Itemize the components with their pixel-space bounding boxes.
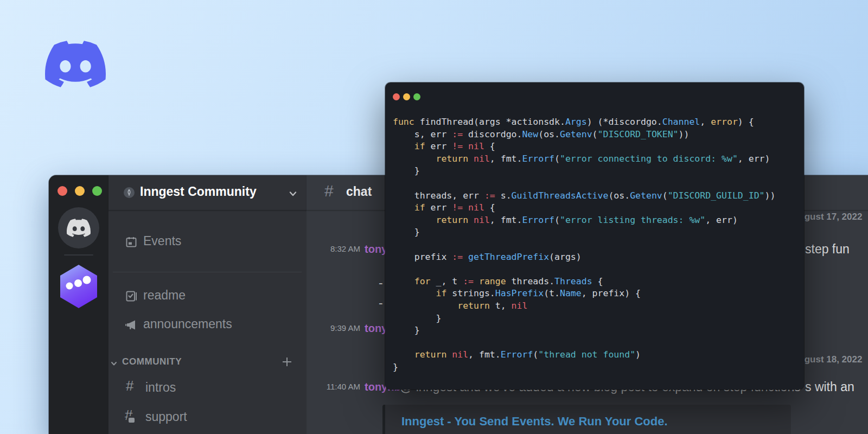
sidebar-item-label: announcements <box>143 317 232 331</box>
code-line: } <box>393 324 775 337</box>
code-line: if err != nil { <box>393 202 775 214</box>
hash-icon: # <box>126 379 139 392</box>
book-check-icon <box>125 290 138 303</box>
sidebar-item-announcements[interactable]: announcements <box>108 316 307 334</box>
chevron-down-icon[interactable] <box>288 188 298 199</box>
code-line: if strings.HasPrefix(t.Name, prefix) { <box>393 288 775 300</box>
embed-accent-bar <box>382 405 385 434</box>
code-line: return nil, fmt.Errorf("error listing th… <box>393 214 775 227</box>
inngest-server-icon[interactable] <box>59 264 99 309</box>
sidebar-item-label: Events <box>143 234 181 248</box>
embed-title-link[interactable]: Inngest - You Send Events. We Run Your C… <box>401 414 668 429</box>
channel-label: support <box>145 410 187 424</box>
hash-icon: # <box>324 182 334 200</box>
code-line: func findThread(args *actionsdk.Args) (*… <box>393 116 775 129</box>
code-line: if err != nil { <box>393 141 775 153</box>
message-text-fragment: step fun <box>805 241 850 257</box>
create-channel-plus-icon[interactable] <box>281 356 293 368</box>
code-line: prefix := getThreadPrefix(args) <box>393 251 775 264</box>
window-zoom-button[interactable] <box>413 93 420 100</box>
code-line: } <box>393 361 775 374</box>
code-line <box>393 239 775 251</box>
sidebar-item-intros[interactable]: # intros <box>108 379 307 398</box>
code-line <box>393 337 775 349</box>
server-name: Inngest Community <box>140 184 257 199</box>
code-line: } <box>393 226 775 239</box>
window-close-button[interactable] <box>393 93 400 100</box>
channel-label: intros <box>145 380 176 395</box>
channel-sidebar: Inngest Community Events <box>108 175 307 434</box>
discord-home-button[interactable] <box>58 207 99 248</box>
code-editor: func findThread(args *actionsdk.Args) (*… <box>393 116 775 373</box>
code-line: return t, nil <box>393 300 775 312</box>
code-line <box>393 263 775 276</box>
sidebar-item-readme[interactable]: readme <box>108 287 307 305</box>
calendar-icon <box>125 235 138 248</box>
message-timestamp: 9:39 AM <box>322 320 360 336</box>
window-close-button[interactable] <box>58 186 67 196</box>
window-controls <box>393 93 420 100</box>
code-line: } <box>393 165 775 177</box>
window-minimize-button[interactable] <box>75 186 85 196</box>
sidebar-item-label: readme <box>143 288 186 303</box>
hash-forum-icon: # <box>125 409 138 422</box>
code-line: s, err := discordgo.New(os.Getenv("DISCO… <box>393 129 775 141</box>
message-timestamp: 11:40 AM <box>322 379 360 395</box>
rail-divider <box>64 254 93 256</box>
sidebar-divider <box>113 272 302 272</box>
server-rail <box>49 175 108 434</box>
server-header[interactable]: Inngest Community <box>108 175 307 210</box>
code-line <box>393 177 775 190</box>
message-text-fragment: s with an <box>805 379 854 395</box>
discord-logo-icon <box>45 34 106 94</box>
megaphone-icon <box>125 318 138 331</box>
code-line: } <box>393 312 775 325</box>
code-line: threads, err := s.GuildThreadsActive(os.… <box>393 190 775 202</box>
chevron-down-icon <box>110 360 118 367</box>
sidebar-item-support[interactable]: # support <box>108 409 307 427</box>
server-badge-icon <box>123 187 135 199</box>
code-window: func findThread(args *actionsdk.Args) (*… <box>385 82 804 390</box>
hero-canvas: Inngest Community Events <box>0 0 868 434</box>
window-zoom-button[interactable] <box>92 186 102 196</box>
code-line: return nil, fmt.Errorf("thread not found… <box>393 349 775 361</box>
message-timestamp: 8:32 AM <box>322 241 360 257</box>
link-embed: Inngest - You Send Events. We Run Your C… <box>382 405 791 434</box>
discord-home-icon <box>67 216 91 240</box>
sidebar-item-events[interactable]: Events <box>108 233 307 251</box>
code-line: return nil, fmt.Errorf("error connecting… <box>393 153 775 165</box>
sidebar-section-community[interactable]: COMMUNITY <box>108 355 307 370</box>
section-label: COMMUNITY <box>122 356 182 367</box>
window-minimize-button[interactable] <box>403 93 410 100</box>
code-line: for _, t := range threads.Threads { <box>393 276 775 288</box>
channel-title: chat <box>346 184 372 199</box>
